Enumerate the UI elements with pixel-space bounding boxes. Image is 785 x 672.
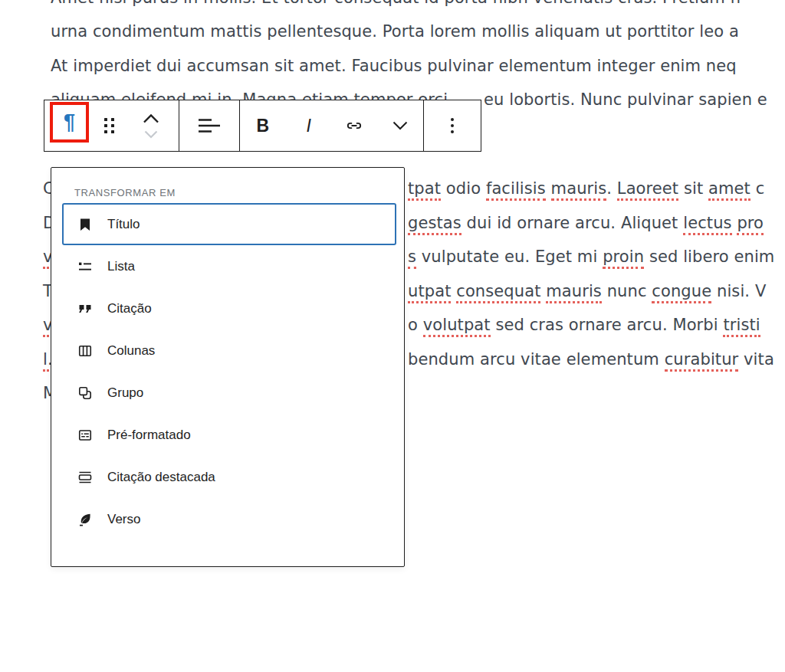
spellcheck-word: mauris	[551, 179, 607, 201]
chevron-down-icon	[392, 121, 408, 130]
menu-item-columns[interactable]: Colunas	[62, 329, 396, 372]
spellcheck-word: tristi	[723, 316, 760, 337]
text-segment: nisi. V	[711, 282, 766, 300]
columns-icon	[76, 342, 94, 360]
paragraph-line[interactable]: s vulputate eu. Eget mi proin sed libero…	[408, 240, 774, 274]
paragraph-line[interactable]: Amet nisi purus in mollis. Et tortor con…	[51, 0, 741, 15]
paragraph-line[interactable]: utpat consequat mauris nunc congue nisi.…	[408, 274, 766, 308]
spellcheck-word: amet	[708, 179, 751, 201]
transform-menu-header: TRANSFORMAR EM	[74, 187, 392, 198]
menu-item-label: Citação destacada	[107, 470, 215, 485]
spellcheck-word: mauris	[546, 282, 602, 303]
text-segment: vita	[738, 350, 774, 369]
block-movers	[127, 100, 175, 151]
verse-icon	[76, 510, 94, 529]
spellcheck-word: congue	[652, 282, 711, 303]
transform-menu-list: Título Lista Citação Colunas	[51, 202, 404, 540]
group-icon	[76, 384, 94, 402]
menu-item-label: Verso	[107, 512, 140, 527]
menu-item-label: Citação	[107, 301, 152, 316]
paragraph-line[interactable]: gestas dui id ornare arcu. Aliquet lectu…	[408, 206, 764, 240]
bold-button[interactable]: B	[240, 100, 286, 151]
paragraph-line[interactable]: eu lobortis. Nunc pulvinar sapien e	[484, 83, 767, 116]
text-segment: At imperdiet dui accumsan sit amet. Fauc…	[51, 57, 737, 75]
menu-item-quote[interactable]: Citação	[62, 287, 396, 329]
heading-icon	[76, 215, 94, 234]
chevron-down-icon	[144, 130, 158, 139]
list-icon	[76, 257, 94, 276]
text-segment: odio	[441, 179, 486, 198]
text-segment: bendum arcu vitae elementum	[408, 350, 665, 369]
paragraph-icon: ¶	[64, 112, 75, 133]
text-segment: sed libero enim	[644, 247, 774, 266]
link-icon	[344, 116, 364, 136]
spellcheck-word: proin	[603, 247, 644, 269]
quote-icon	[76, 300, 94, 318]
text-segment: eu lobortis. Nunc pulvinar sapien e	[484, 90, 767, 109]
spellcheck-word: utpat	[408, 282, 451, 303]
spellcheck-word: tpat	[408, 179, 441, 201]
move-up-button[interactable]	[143, 111, 159, 126]
block-toolbar: ¶ B I	[44, 100, 481, 152]
menu-item-label: Título	[107, 217, 140, 232]
italic-button[interactable]: I	[286, 100, 332, 151]
text-segment	[546, 179, 551, 198]
spellcheck-word: gestas	[408, 214, 461, 235]
spellcheck-word: pro	[737, 214, 764, 235]
menu-item-pullquote[interactable]: Citação destacada	[62, 456, 396, 498]
menu-item-preformatted[interactable]: Pré-formatado	[62, 414, 396, 456]
drag-handle-icon	[104, 118, 114, 133]
text-segment: vulputate eu. Eget mi	[416, 247, 603, 266]
text-segment: o	[408, 316, 423, 334]
paragraph-line[interactable]: bendum arcu vitae elementum curabitur vi…	[408, 343, 774, 376]
menu-item-list[interactable]: Lista	[62, 245, 396, 287]
align-text-button[interactable]	[179, 100, 239, 151]
spellcheck-word: volutpat	[423, 316, 491, 337]
text-segment: sed cras ornare arcu. Morbi	[491, 316, 724, 334]
annotation-highlight-box: ¶	[50, 102, 89, 143]
menu-item-verse[interactable]: Verso	[62, 498, 396, 540]
move-down-button[interactable]	[144, 129, 158, 141]
preformatted-icon	[76, 426, 94, 444]
text-segment: dui id ornare arcu. Aliquet	[461, 214, 683, 232]
spellcheck-word: lectus	[683, 214, 731, 235]
paragraph-line[interactable]: At imperdiet dui accumsan sit amet. Fauc…	[51, 49, 737, 83]
italic-label: I	[306, 116, 310, 136]
align-left-icon	[198, 116, 221, 135]
spellcheck-word: curabitur	[665, 350, 739, 372]
options-button[interactable]	[424, 100, 481, 151]
bold-label: B	[257, 116, 270, 136]
paragraph-line[interactable]: o volutpat sed cras ornare arcu. Morbi t…	[408, 308, 760, 342]
editor-canvas: Amet nisi purus in mollis. Et tortor con…	[0, 0, 785, 672]
spellcheck-word: facilisis	[486, 179, 546, 201]
menu-item-label: Lista	[107, 259, 135, 274]
menu-item-heading[interactable]: Título	[62, 203, 396, 245]
drag-handle-button[interactable]	[90, 100, 127, 151]
paragraph-block-button[interactable]: ¶	[53, 105, 86, 139]
paragraph-line[interactable]: urna condimentum mattis pellentesque. Po…	[51, 15, 739, 48]
menu-item-label: Grupo	[107, 385, 143, 401]
text-segment: Amet nisi purus in mollis. Et tortor con…	[51, 0, 741, 7]
spellcheck-word: Laoreet	[617, 179, 678, 201]
text-segment: urna condimentum mattis pellentesque. Po…	[51, 22, 739, 41]
transform-menu: TRANSFORMAR EM Título Lista Citação	[51, 167, 405, 567]
paragraph-line[interactable]: tpat odio facilisis mauris. Laoreet sit …	[408, 172, 764, 205]
chevron-up-icon	[143, 113, 159, 123]
link-button[interactable]	[332, 100, 378, 151]
kebab-menu-icon	[451, 118, 454, 133]
spellcheck-word: s	[408, 247, 416, 269]
menu-item-label: Colunas	[107, 343, 155, 359]
text-segment: nunc	[602, 282, 652, 300]
text-segment: sit	[678, 179, 708, 198]
menu-item-label: Pré-formatado	[107, 428, 191, 443]
pullquote-icon	[76, 468, 94, 487]
text-segment: .	[606, 179, 617, 198]
more-formats-button[interactable]	[377, 100, 423, 151]
text-segment: c	[751, 179, 764, 198]
menu-item-group[interactable]: Grupo	[62, 372, 396, 414]
spellcheck-word: consequat	[456, 282, 540, 303]
